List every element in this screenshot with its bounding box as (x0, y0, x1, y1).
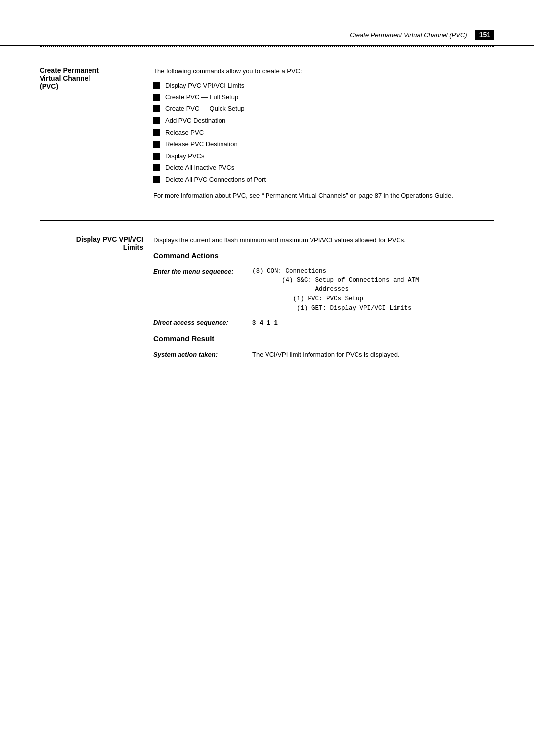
display-pvc-content: Displays the current and flash minimum a… (153, 236, 494, 363)
direct-access-value: 3 4 1 1 (252, 318, 279, 328)
list-item: Add PVC Destination (153, 116, 494, 126)
list-item: Release PVC (153, 128, 494, 138)
bullet-icon (153, 117, 160, 124)
command-result-title: Command Result (153, 333, 494, 345)
system-action-value: The VCI/VPI limit information for PVCs i… (252, 350, 400, 360)
list-item: Display PVCs (153, 151, 494, 162)
section-divider (40, 220, 494, 221)
bullet-text: Release PVC Destination (165, 140, 238, 150)
enter-menu-label: Enter the menu sequence: (153, 267, 252, 313)
create-pvc-section: Create Permanent Virtual Channel (PVC) T… (40, 66, 494, 205)
system-action-row: System action taken: The VCI/VPI limit i… (153, 350, 494, 360)
bullet-icon (153, 94, 160, 101)
create-pvc-intro: The following commands allow you to crea… (153, 66, 494, 77)
command-actions-title: Command Actions (153, 250, 494, 262)
display-pvc-label-line2: Limits (40, 243, 143, 251)
bullet-text: Display PVC VPI/VCI Limits (165, 81, 244, 91)
bullet-icon (153, 82, 160, 89)
display-pvc-label-line1: Display PVC VPI/VCI (40, 236, 143, 243)
create-pvc-content: The following commands allow you to crea… (153, 66, 494, 205)
display-pvc-label: Display PVC VPI/VCI Limits (40, 236, 153, 363)
bullet-icon (153, 129, 160, 136)
list-item: Create PVC — Full Setup (153, 93, 494, 103)
bullet-text: Add PVC Destination (165, 116, 225, 126)
bullet-text: Delete All Inactive PVCs (165, 163, 234, 173)
bullet-text: Create PVC — Full Setup (165, 93, 238, 103)
bullet-text: Display PVCs (165, 151, 204, 162)
create-pvc-label-line1: Create Permanent (40, 66, 99, 74)
bullet-text: Create PVC — Quick Setup (165, 104, 244, 114)
direct-access-label: Direct access sequence: (153, 318, 252, 328)
bullet-text: Release PVC (165, 128, 204, 138)
create-pvc-label: Create Permanent Virtual Channel (PVC) (40, 66, 153, 205)
list-item: Release PVC Destination (153, 140, 494, 150)
bullet-icon (153, 176, 160, 183)
menu-sequence-value: (3) CON: Connections (4) S&C: Setup of C… (252, 267, 419, 313)
create-pvc-label-line2: Virtual Channel (40, 74, 90, 82)
bullet-text: Delete All PVC Connections of Port (165, 175, 266, 185)
page-number: 151 (475, 30, 494, 40)
system-action-label: System action taken: (153, 350, 252, 360)
display-pvc-description: Displays the current and flash minimum a… (153, 236, 494, 246)
list-item: Create PVC — Quick Setup (153, 104, 494, 114)
display-pvc-section: Display PVC VPI/VCI Limits Displays the … (40, 236, 494, 363)
bullet-icon (153, 164, 160, 171)
enter-menu-row: Enter the menu sequence: (3) CON: Connec… (153, 267, 494, 313)
list-item: Display PVC VPI/VCI Limits (153, 81, 494, 91)
create-pvc-footer: For more information about PVC, see “ Pe… (153, 191, 494, 201)
main-content: Create Permanent Virtual Channel (PVC) T… (0, 47, 534, 398)
direct-access-row: Direct access sequence: 3 4 1 1 (153, 318, 494, 328)
list-item: Delete All PVC Connections of Port (153, 175, 494, 185)
header-title: Create Permanent Virtual Channel (PVC) (350, 31, 467, 39)
bullet-icon (153, 105, 160, 112)
page-header: Create Permanent Virtual Channel (PVC) 1… (0, 0, 534, 46)
bullet-icon (153, 141, 160, 148)
create-pvc-label-line3: (PVC) (40, 82, 58, 90)
bullet-icon (153, 153, 160, 160)
page: Create Permanent Virtual Channel (PVC) 1… (0, 0, 534, 756)
list-item: Delete All Inactive PVCs (153, 163, 494, 173)
create-pvc-bullet-list: Display PVC VPI/VCI LimitsCreate PVC — F… (153, 81, 494, 185)
